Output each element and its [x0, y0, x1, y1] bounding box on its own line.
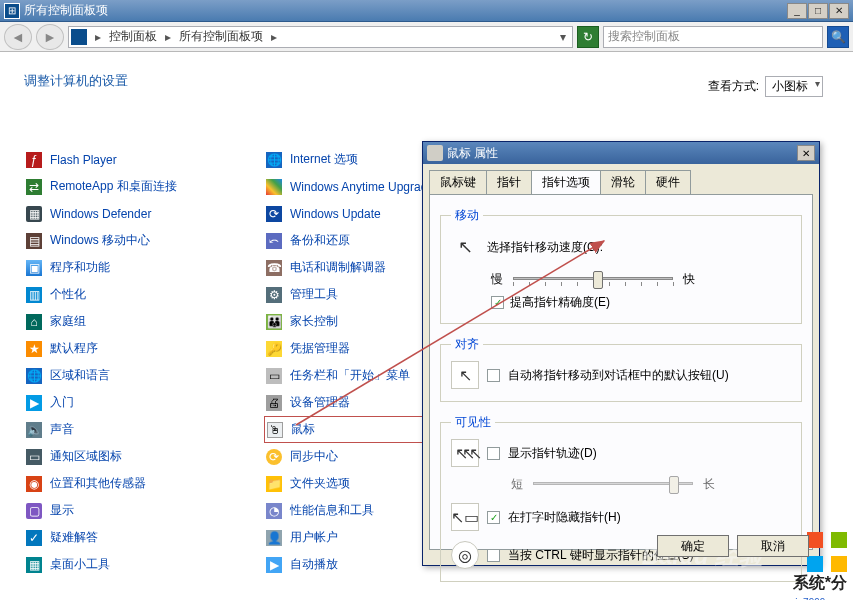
view-mode-select[interactable]: 小图标 — [765, 76, 823, 97]
address-bar[interactable]: ▸ 控制面板 ▸ 所有控制面板项 ▸ ▾ — [68, 26, 573, 48]
notification-icon: ▭ — [26, 449, 42, 465]
remoteapp-icon: ⇄ — [26, 179, 42, 195]
item-flash-player[interactable]: ƒFlash Player — [24, 146, 264, 173]
item-gadgets[interactable]: ▦桌面小工具 — [24, 551, 264, 578]
back-button[interactable]: ◄ — [4, 24, 32, 50]
hide-typing-checkbox[interactable]: ✓ — [487, 511, 500, 524]
ctrl-locate-checkbox[interactable] — [487, 549, 500, 562]
device-manager-icon: 🖨 — [266, 395, 282, 411]
control-panel-icon — [71, 29, 87, 45]
dialog-icon — [427, 145, 443, 161]
close-button[interactable]: ✕ — [829, 3, 849, 19]
view-mode-label: 查看方式: — [708, 78, 759, 95]
minimize-button[interactable]: _ — [787, 3, 807, 19]
group-snap: 对齐 ↖ 自动将指针移动到对话框中的默认按钮(U) — [440, 336, 802, 402]
credential-icon: 🔑 — [266, 341, 282, 357]
group-motion: 移动 ↖ 选择指针移动速度(C): 慢 快 ✓ 提高指针精确度(E) — [440, 207, 802, 324]
enhance-precision-checkbox[interactable]: ✓ — [491, 296, 504, 309]
item-troubleshooting[interactable]: ✓疑难解答 — [24, 524, 264, 551]
sound-icon: 🔈 — [26, 422, 42, 438]
folder-icon: 📁 — [266, 476, 282, 492]
default-programs-icon: ★ — [26, 341, 42, 357]
ctrl-locate-icon: ◎ — [451, 541, 479, 569]
tab-pointers[interactable]: 指针 — [486, 170, 532, 194]
programs-icon: ▣ — [26, 260, 42, 276]
gadgets-icon: ▦ — [26, 557, 42, 573]
item-display[interactable]: ▢显示 — [24, 497, 264, 524]
forward-button[interactable]: ► — [36, 24, 64, 50]
breadcrumb-level2[interactable]: 所有控制面板项 — [179, 28, 263, 45]
watermark-logo — [807, 532, 847, 572]
search-button[interactable]: 🔍 — [827, 26, 849, 48]
location-icon: ◉ — [26, 476, 42, 492]
snap-checkbox[interactable] — [487, 369, 500, 382]
snap-icon: ↖ — [451, 361, 479, 389]
slow-label: 慢 — [491, 271, 503, 288]
backup-icon: ⤺ — [266, 233, 282, 249]
long-label: 长 — [703, 476, 715, 493]
item-programs[interactable]: ▣程序和功能 — [24, 254, 264, 281]
windows-update-icon: ⟳ — [266, 206, 282, 222]
homegroup-icon: ⌂ — [26, 314, 42, 330]
dialog-close-button[interactable]: ✕ — [797, 145, 815, 161]
refresh-button[interactable]: ↻ — [577, 26, 599, 48]
item-notification[interactable]: ▭通知区域图标 — [24, 443, 264, 470]
watermark-brand: 系统*分 — [793, 573, 847, 594]
breadcrumb-level1[interactable]: 控制面板 — [109, 28, 157, 45]
parental-icon: 👪 — [266, 314, 282, 330]
admin-tools-icon: ⚙ — [266, 287, 282, 303]
window-icon: ⊞ — [4, 3, 20, 19]
personalization-icon: ▥ — [26, 287, 42, 303]
mouse-properties-dialog: 鼠标 属性 ✕ 鼠标键 指针 指针选项 滑轮 硬件 移动 ↖ 选择指针移动速度(… — [422, 141, 820, 566]
short-label: 短 — [511, 476, 523, 493]
enhance-precision-label: 提高指针精确度(E) — [510, 294, 610, 311]
ok-button[interactable]: 确定 — [657, 535, 729, 557]
snap-label: 自动将指针移动到对话框中的默认按钮(U) — [508, 367, 729, 384]
tab-hardware[interactable]: 硬件 — [645, 170, 691, 194]
pointer-icon: ↖ — [451, 232, 479, 262]
item-homegroup[interactable]: ⌂家庭组 — [24, 308, 264, 335]
troubleshooting-icon: ✓ — [26, 530, 42, 546]
pointer-speed-slider[interactable] — [513, 268, 673, 290]
internet-icon: 🌐 — [266, 152, 282, 168]
mobility-icon: ▤ — [26, 233, 42, 249]
item-mobility[interactable]: ▤Windows 移动中心 — [24, 227, 264, 254]
address-dropdown[interactable]: ▾ — [556, 30, 570, 44]
hide-typing-icon: ↖▭ — [451, 503, 479, 531]
trails-checkbox[interactable] — [487, 447, 500, 460]
cancel-button[interactable]: 取消 — [737, 535, 809, 557]
sync-icon: ⟳ — [266, 449, 282, 465]
trail-length-slider — [533, 473, 693, 495]
flash-icon: ƒ — [26, 152, 42, 168]
cp-column-left: ƒFlash Player ⇄RemoteApp 和桌面连接 ▦Windows … — [24, 146, 264, 578]
user-icon: 👤 — [266, 530, 282, 546]
anytime-upgrade-icon — [266, 179, 282, 195]
item-remoteapp[interactable]: ⇄RemoteApp 和桌面连接 — [24, 173, 264, 200]
dialog-title: 鼠标 属性 — [447, 145, 797, 162]
trails-label: 显示指针轨迹(D) — [508, 445, 597, 462]
getting-started-icon: ▶ — [26, 395, 42, 411]
tab-pointer-options[interactable]: 指针选项 — [531, 170, 601, 194]
trails-icon: ↖↖↖ — [451, 439, 479, 467]
item-region[interactable]: 🌐区域和语言 — [24, 362, 264, 389]
item-sound[interactable]: 🔈声音 — [24, 416, 264, 443]
item-default-programs[interactable]: ★默认程序 — [24, 335, 264, 362]
maximize-button[interactable]: □ — [808, 3, 828, 19]
defender-icon: ▦ — [26, 206, 42, 222]
item-defender[interactable]: ▦Windows Defender — [24, 200, 264, 227]
performance-icon: ◔ — [266, 503, 282, 519]
item-getting-started[interactable]: ▶入门 — [24, 389, 264, 416]
fast-label: 快 — [683, 271, 695, 288]
search-input[interactable]: 搜索控制面板 — [603, 26, 823, 48]
item-location[interactable]: ◉位置和其他传感器 — [24, 470, 264, 497]
item-personalization[interactable]: ▥个性化 — [24, 281, 264, 308]
mouse-icon: 🖱 — [267, 422, 283, 438]
display-icon: ▢ — [26, 503, 42, 519]
autoplay-icon: ▶ — [266, 557, 282, 573]
speed-label: 选择指针移动速度(C): — [487, 239, 603, 256]
tab-buttons[interactable]: 鼠标键 — [429, 170, 487, 194]
region-icon: 🌐 — [26, 368, 42, 384]
modem-icon: ☎ — [266, 260, 282, 276]
tab-wheel[interactable]: 滑轮 — [600, 170, 646, 194]
window-title: 所有控制面板项 — [24, 2, 786, 19]
